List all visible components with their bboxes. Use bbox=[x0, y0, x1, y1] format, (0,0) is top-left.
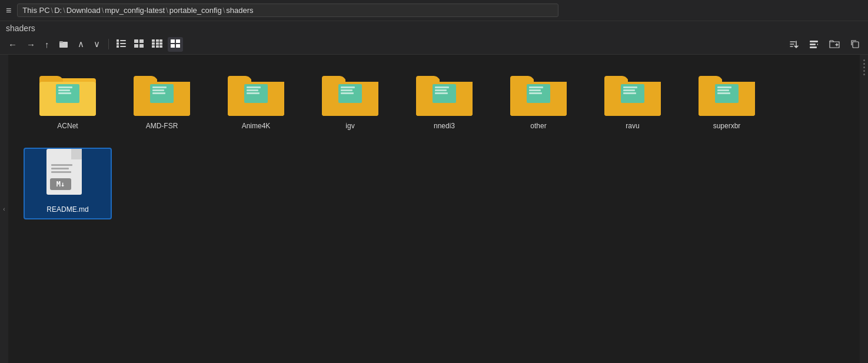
folder-item-acnet[interactable]: ACNet bbox=[24, 64, 112, 136]
svg-rect-28 bbox=[853, 42, 859, 48]
view-large-grid-button[interactable] bbox=[168, 37, 183, 52]
up-button[interactable]: ↑ bbox=[41, 37, 53, 52]
view-medium-grid-button[interactable] bbox=[149, 37, 165, 52]
toolbar-right bbox=[786, 37, 863, 51]
svg-rect-48 bbox=[341, 89, 352, 91]
sep5: \ bbox=[223, 6, 225, 15]
scrollbar-dot bbox=[863, 66, 865, 68]
svg-rect-22 bbox=[176, 39, 180, 43]
scrollbar-dot bbox=[863, 70, 865, 72]
file-item-readme[interactable]: M↓ README.md bbox=[24, 148, 112, 219]
svg-rect-24 bbox=[176, 44, 180, 48]
folder-name-bar: shaders bbox=[0, 21, 868, 34]
sep3: \ bbox=[102, 6, 104, 15]
svg-rect-64 bbox=[623, 92, 636, 94]
svg-rect-14 bbox=[159, 39, 162, 42]
svg-rect-34 bbox=[58, 92, 71, 94]
folder-label-superxbr: superxbr bbox=[713, 122, 741, 130]
toolbar: ← → ↑ ∧ ∨ bbox=[0, 34, 868, 55]
svg-rect-54 bbox=[435, 92, 448, 94]
svg-rect-37 bbox=[152, 86, 167, 88]
current-folder-label: shaders bbox=[6, 24, 35, 33]
svg-rect-57 bbox=[529, 86, 543, 88]
folder-label-amd-fsr: AMD-FSR bbox=[146, 122, 178, 130]
svg-rect-42 bbox=[247, 86, 261, 88]
scrollbar-dot bbox=[863, 63, 865, 65]
svg-rect-13 bbox=[156, 39, 159, 42]
svg-rect-67 bbox=[717, 86, 731, 88]
folder-icon-nnedi3 bbox=[415, 70, 474, 117]
svg-rect-68 bbox=[717, 89, 729, 91]
address-part-d[interactable]: D: bbox=[54, 6, 62, 15]
svg-rect-6 bbox=[117, 45, 119, 48]
collapse-tab[interactable]: ‹ bbox=[0, 55, 8, 363]
svg-rect-75 bbox=[51, 171, 71, 173]
folder-item-anime4k[interactable]: Anime4K bbox=[212, 64, 300, 136]
folder-icon-other bbox=[509, 70, 568, 117]
hamburger-icon[interactable]: ≡ bbox=[6, 5, 11, 16]
view-list-button[interactable] bbox=[114, 37, 129, 52]
folder-label-anime4k: Anime4K bbox=[242, 122, 271, 130]
group-button[interactable] bbox=[806, 37, 822, 51]
main-content: ‹ ACNet bbox=[0, 55, 868, 363]
sep4: \ bbox=[166, 6, 168, 15]
folder-item-other[interactable]: other bbox=[494, 64, 583, 136]
scrollbar-dot bbox=[863, 59, 865, 61]
svg-rect-12 bbox=[152, 39, 155, 42]
address-part-portable[interactable]: portable_config bbox=[169, 6, 222, 15]
svg-rect-38 bbox=[152, 89, 164, 91]
svg-rect-58 bbox=[529, 89, 541, 91]
svg-rect-47 bbox=[341, 86, 355, 88]
svg-rect-9 bbox=[139, 39, 144, 43]
svg-rect-25 bbox=[810, 41, 818, 42]
folder-label-igv: igv bbox=[345, 122, 354, 130]
svg-rect-39 bbox=[152, 92, 165, 94]
address-bar[interactable]: This PC \ D: \ Download \ mpv_config-lat… bbox=[17, 4, 558, 17]
svg-rect-44 bbox=[247, 92, 260, 94]
svg-rect-4 bbox=[117, 42, 119, 45]
folder-item-amd-fsr[interactable]: AMD-FSR bbox=[118, 64, 206, 136]
svg-rect-3 bbox=[120, 40, 126, 41]
file-icon-readme: M↓ bbox=[38, 154, 97, 201]
svg-rect-21 bbox=[171, 39, 175, 43]
svg-rect-2 bbox=[117, 39, 119, 42]
svg-rect-1 bbox=[59, 41, 63, 43]
svg-rect-53 bbox=[435, 89, 447, 91]
title-bar: ≡ This PC \ D: \ Download \ mpv_config-l… bbox=[0, 0, 868, 21]
right-scrollbar[interactable] bbox=[860, 55, 868, 363]
svg-rect-7 bbox=[120, 46, 126, 47]
svg-rect-32 bbox=[58, 86, 72, 88]
expand-button[interactable]: ∧ bbox=[74, 36, 88, 52]
address-part-shaders[interactable]: shaders bbox=[226, 6, 253, 15]
svg-marker-72 bbox=[71, 149, 82, 159]
folder-item-nnedi3[interactable]: nnedi3 bbox=[400, 64, 488, 136]
copy-path-button[interactable] bbox=[847, 37, 863, 51]
forward-button[interactable]: → bbox=[23, 37, 39, 52]
folder-label-acnet: ACNet bbox=[57, 122, 78, 130]
new-folder-button[interactable] bbox=[826, 37, 843, 51]
svg-rect-52 bbox=[435, 86, 449, 88]
svg-rect-16 bbox=[156, 42, 159, 45]
folder-label-nnedi3: nnedi3 bbox=[434, 122, 455, 130]
folder-item-superxbr[interactable]: superxbr bbox=[683, 64, 771, 136]
address-part-download[interactable]: Download bbox=[66, 6, 101, 15]
folder-item-igv[interactable]: igv bbox=[306, 64, 394, 136]
scrollbar-dots bbox=[863, 59, 865, 75]
folder-icon-anime4k bbox=[227, 70, 285, 117]
svg-rect-18 bbox=[152, 45, 155, 48]
back-button[interactable]: ← bbox=[5, 37, 21, 52]
address-part-mpv[interactable]: mpv_config-latest bbox=[105, 6, 165, 15]
browse-folder-button[interactable] bbox=[55, 37, 72, 51]
dropdown-button[interactable]: ∨ bbox=[90, 36, 104, 52]
svg-rect-59 bbox=[529, 92, 542, 94]
folder-icon-acnet bbox=[38, 70, 97, 117]
svg-rect-23 bbox=[171, 44, 175, 48]
folder-icon-igv bbox=[321, 70, 380, 117]
address-part-thispc[interactable]: This PC bbox=[22, 6, 49, 15]
file-grid: ACNet AMD-FSR bbox=[12, 64, 856, 354]
svg-rect-19 bbox=[156, 45, 159, 48]
svg-rect-10 bbox=[134, 44, 138, 48]
view-small-grid-button[interactable] bbox=[131, 37, 147, 52]
sort-button[interactable] bbox=[786, 37, 802, 51]
folder-item-ravu[interactable]: ravu bbox=[588, 64, 677, 136]
